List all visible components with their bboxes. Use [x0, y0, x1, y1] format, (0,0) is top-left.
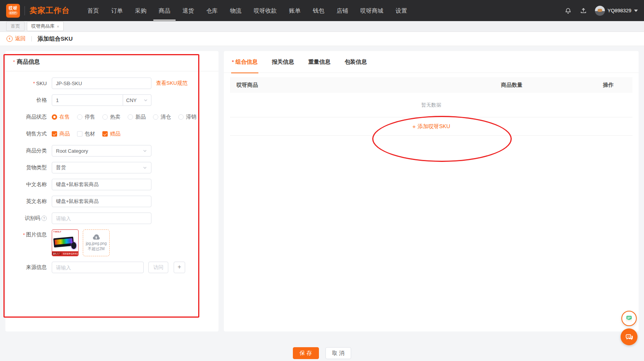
label-text: 图片信息 [26, 231, 47, 238]
logo-text-top: 哎呀 [9, 6, 17, 10]
chevron-down-icon [143, 98, 148, 102]
enname-input[interactable] [52, 196, 151, 207]
cnname-input[interactable] [52, 179, 151, 190]
form-row-sku: * SKU 查看SKU规范 [13, 77, 211, 89]
radio-label: 热卖 [110, 114, 120, 120]
source-input[interactable] [52, 262, 144, 273]
logo-text-bottom: ERP [8, 11, 18, 15]
divider [31, 36, 32, 41]
label-text: 英文名称 [26, 198, 47, 205]
radio-hot[interactable]: 热卖 [102, 114, 120, 120]
label-text: 商品分类 [26, 147, 47, 154]
feedback-widget-button[interactable] [621, 311, 637, 326]
checkbox-box [102, 131, 108, 137]
label-text: 价格 [36, 97, 47, 104]
currency-select[interactable]: CNY [123, 94, 151, 106]
empty-state: 暂无数据 [230, 93, 632, 117]
col-header-actions: 操作 [584, 82, 632, 89]
product-form: * SKU 查看SKU规范 价格 CNY [5, 71, 219, 273]
required-star: * [232, 51, 234, 73]
cargotype-select[interactable]: 普货 [52, 162, 151, 173]
add-sku-link[interactable]: + 添加哎呀SKU [230, 117, 632, 136]
form-row-images: * 图片信息 T-WOLF 源头工厂 现货速发•品质保证 [13, 229, 211, 256]
image-upload-dropzone[interactable]: jpg,jpeg.png 不超过2M [83, 229, 110, 256]
nav-item-wallet[interactable]: 钱包 [307, 0, 330, 21]
radio-clearance[interactable]: 清仓 [153, 114, 171, 120]
product-image-thumbnail[interactable]: T-WOLF 源头工厂 现货速发•品质保证 [52, 229, 79, 256]
workspace-tab-home[interactable]: 首页 [6, 21, 25, 31]
checkbox-box [52, 131, 57, 137]
checkbox-label: 商品 [59, 130, 70, 137]
required-star: * [13, 59, 15, 65]
tab-weight-info[interactable]: 重量信息 [308, 51, 330, 73]
tab-customs-info[interactable]: 报关信息 [272, 51, 294, 73]
username: YQ898329 [608, 8, 631, 13]
required-star: * [33, 81, 35, 86]
nav-item-settings[interactable]: 设置 [389, 0, 413, 21]
chat-widget-button[interactable] [621, 328, 637, 345]
plus-icon: + [412, 123, 416, 130]
cancel-button[interactable]: 取 消 [325, 347, 352, 359]
form-row-status: 商品状态 在售 停售 热卖 新品 清仓 滞销 [13, 111, 211, 123]
sku-input[interactable] [52, 77, 151, 89]
checkbox-box [77, 131, 82, 137]
nav-item-orders[interactable]: 订单 [105, 0, 129, 21]
add-source-button[interactable]: + [174, 262, 185, 273]
workspace-tab-product-library[interactable]: 哎呀商品库 × [27, 21, 64, 31]
nav-item-logistics[interactable]: 物流 [224, 0, 248, 21]
radio-stopsale[interactable]: 停售 [77, 114, 95, 120]
nav-item-warehouse[interactable]: 仓库 [200, 0, 224, 21]
tab-label: 首页 [11, 23, 20, 30]
sku-spec-link[interactable]: 查看SKU规范 [156, 80, 187, 87]
nav-item-shops[interactable]: 店铺 [330, 0, 354, 21]
brand-title: 卖家工作台 [30, 5, 70, 16]
identifycode-input[interactable] [52, 213, 151, 224]
radio-dot [128, 114, 133, 120]
source-label: 来源信息 [13, 264, 47, 271]
label-text: 中文名称 [26, 181, 47, 188]
radio-slow[interactable]: 滞销 [178, 114, 196, 120]
app-logo[interactable]: 哎呀 ERP [6, 4, 20, 18]
close-icon[interactable]: × [57, 24, 59, 29]
content-area: * 商品信息 * SKU 查看SKU规范 价格 CNY [0, 46, 644, 331]
saletype-checkbox-group: 商品 包材 赠品 [52, 130, 128, 137]
user-menu[interactable]: YQ898329 [595, 6, 638, 16]
form-row-cargotype: 货物类型 普货 [13, 162, 211, 173]
label-text: 销售方式 [26, 130, 47, 137]
radio-new[interactable]: 新品 [128, 114, 146, 120]
nav-item-returns[interactable]: 退货 [176, 0, 200, 21]
nav-item-bills[interactable]: 账单 [283, 0, 307, 21]
status-label: 商品状态 [13, 114, 47, 120]
back-button[interactable]: ‹ 返回 [7, 35, 26, 42]
radio-label: 停售 [85, 114, 95, 120]
price-group: CNY [52, 94, 151, 106]
help-icon[interactable]: ? [41, 216, 47, 221]
thumb-ribbon: 源头工厂 现货速发•品质保证 [52, 251, 78, 256]
nav-item-purchase[interactable]: 采购 [129, 0, 153, 21]
nav-item-payments[interactable]: 哎呀收款 [248, 0, 283, 21]
tab-combo-info[interactable]: * 组合信息 [232, 51, 258, 73]
price-input[interactable] [52, 94, 123, 106]
tab-packaging-info[interactable]: 包装信息 [345, 51, 367, 73]
upload-icon[interactable] [580, 7, 587, 15]
radio-onsale[interactable]: 在售 [52, 114, 70, 120]
bell-icon[interactable] [564, 7, 572, 15]
save-button[interactable]: 保 存 [293, 347, 319, 359]
breadcrumb: ‹ 返回 添加组合SKU [0, 32, 644, 46]
brand-divider [25, 6, 25, 15]
images-label: * 图片信息 [13, 231, 47, 238]
visit-button[interactable]: 访问 [148, 262, 168, 273]
category-select[interactable]: Root Category [52, 145, 151, 157]
checkbox-packaging[interactable]: 包材 [77, 130, 95, 137]
nav-item-home[interactable]: 首页 [81, 0, 105, 21]
checkbox-gift[interactable]: 赠品 [102, 130, 120, 137]
nav-item-mall[interactable]: 哎呀商城 [354, 0, 389, 21]
thumb-brand-text: T-WOLF [53, 231, 61, 232]
checkbox-product[interactable]: 商品 [52, 130, 70, 137]
form-row-source: 来源信息 访问 + [13, 262, 211, 273]
mouse-graphic [71, 242, 76, 249]
thumb-tagline: 现货速发•品质保证 [63, 252, 78, 255]
nav-item-products[interactable]: 商品 [153, 0, 176, 21]
radio-dot [52, 114, 57, 120]
chevron-down-icon [143, 165, 147, 170]
